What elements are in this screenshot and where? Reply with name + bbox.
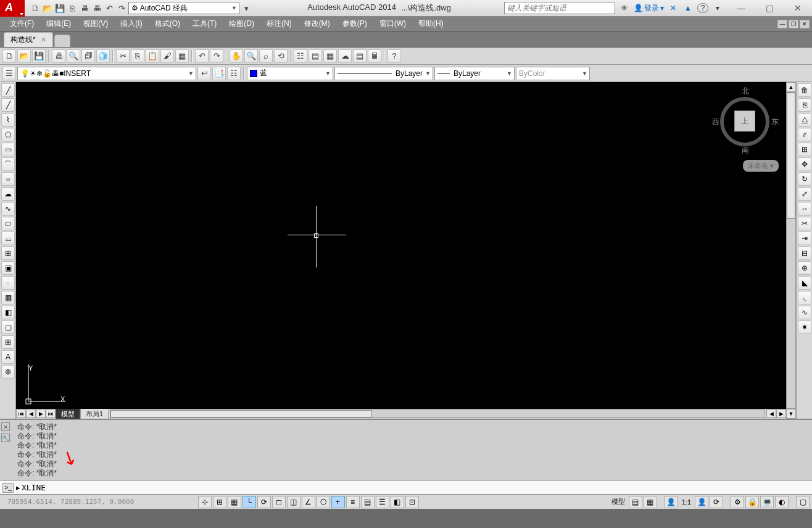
h-scrollbar[interactable] xyxy=(110,409,765,418)
v-scroll-up-icon[interactable]: ▲ xyxy=(786,82,796,92)
zoom-window-icon[interactable]: ⌕ xyxy=(259,49,273,63)
new-icon[interactable]: 🗋 xyxy=(30,2,41,14)
pan-icon[interactable]: ✋ xyxy=(230,49,243,63)
publish-icon[interactable]: 🗐 xyxy=(81,49,95,63)
ellipse-icon[interactable]: ⬭ xyxy=(1,217,15,230)
offset-icon[interactable]: ⫽ xyxy=(798,128,811,141)
tpy-icon[interactable]: ▤ xyxy=(361,496,375,508)
sheetset-icon[interactable]: ☁ xyxy=(338,49,352,63)
menu-help[interactable]: 帮助(H) xyxy=(412,17,450,31)
sc-icon[interactable]: ◧ xyxy=(391,496,404,508)
new-file-icon[interactable]: 🗋 xyxy=(2,49,16,63)
tabs-next-icon[interactable]: ▶ xyxy=(36,409,46,418)
qv-drawings-icon[interactable]: ▦ xyxy=(644,496,657,508)
canvas[interactable]: Y X 上 北 南 东 西 未命名 ▾ xyxy=(16,82,786,409)
addselected-icon[interactable]: ⊕ xyxy=(1,365,15,379)
viewcube[interactable]: 上 北 南 东 西 xyxy=(711,86,779,154)
lwt-icon[interactable]: ≡ xyxy=(346,496,360,508)
calc-icon[interactable]: 🖩 xyxy=(368,49,381,63)
ellipse-arc-icon[interactable]: ⌓ xyxy=(1,232,15,245)
make-block-icon[interactable]: ▣ xyxy=(1,261,15,275)
coords-readout[interactable]: 705954.6514, 72889.1257, 0.0000 xyxy=(2,498,139,506)
plot-icon[interactable]: 🖶 xyxy=(79,2,90,14)
login-button[interactable]: 👤 登录 ▾ xyxy=(634,3,664,14)
h-scroll-right-icon[interactable]: ▶ xyxy=(776,409,786,418)
arc-icon[interactable]: ⌒ xyxy=(1,157,15,171)
table-icon[interactable]: ⊞ xyxy=(1,335,15,349)
circle-icon[interactable]: ○ xyxy=(1,172,15,186)
h-scroll-left-icon[interactable]: ◀ xyxy=(766,409,776,418)
tab-close-icon[interactable]: ✕ xyxy=(41,36,46,44)
move-icon[interactable]: ✥ xyxy=(798,157,811,171)
menu-view[interactable]: 视图(V) xyxy=(77,17,114,31)
app-store-icon[interactable]: ▲ xyxy=(682,2,694,14)
cut-icon[interactable]: ✂ xyxy=(116,49,130,63)
revcloud-icon[interactable]: ☁ xyxy=(1,187,15,201)
undo-icon[interactable]: ↶ xyxy=(104,2,115,14)
otrack-icon[interactable]: ∠ xyxy=(302,496,315,508)
3dosnap-icon[interactable]: ◫ xyxy=(287,496,300,508)
annoscale-person-icon[interactable]: 👤 xyxy=(665,496,678,508)
tabs-first-icon[interactable]: ⏮ xyxy=(16,409,26,418)
point-icon[interactable]: ∙ xyxy=(1,276,15,290)
plot2-icon[interactable]: 🖶 xyxy=(52,49,65,63)
qp-icon[interactable]: ☰ xyxy=(376,496,389,508)
join-icon[interactable]: ⊕ xyxy=(798,261,811,275)
match-icon[interactable]: 🖌 xyxy=(160,49,174,63)
spline-icon[interactable]: ∿ xyxy=(1,202,15,216)
tabs-prev-icon[interactable]: ◀ xyxy=(26,409,36,418)
layer-iso-icon[interactable]: ☷ xyxy=(227,67,241,80)
plot-preview-icon[interactable]: 🖶 xyxy=(91,2,102,14)
rotate-icon[interactable]: ↻ xyxy=(798,172,811,186)
command-input[interactable] xyxy=(22,483,207,492)
command-history[interactable]: 命令: *取消* 命令: *取消* 命令: *取消* 命令: *取消* 命令: … xyxy=(14,420,812,480)
color-dropdown[interactable]: 蓝 xyxy=(247,67,333,80)
search-input[interactable] xyxy=(504,2,615,14)
save-file-icon[interactable]: 💾 xyxy=(32,49,46,63)
am-icon[interactable]: ⊡ xyxy=(405,496,419,508)
command-line[interactable]: >_ ▸ xyxy=(0,480,812,494)
mdi-minimize-button[interactable]: — xyxy=(777,20,787,28)
viewcube-top[interactable]: 上 xyxy=(734,111,755,132)
qat-more-icon[interactable]: ▾ xyxy=(241,2,252,14)
isolate-icon[interactable]: ◐ xyxy=(775,496,789,508)
annoauto-icon[interactable]: ⟳ xyxy=(710,496,723,508)
zoom-realtime-icon[interactable]: 🔍 xyxy=(244,49,258,63)
menu-parametric[interactable]: 参数(P) xyxy=(336,17,373,31)
props-icon[interactable]: ☷ xyxy=(294,49,307,63)
undo2-icon[interactable]: ↶ xyxy=(195,49,209,63)
model-tab[interactable]: 模型 xyxy=(56,408,80,420)
close-button[interactable]: ✕ xyxy=(784,0,812,17)
menu-dimension[interactable]: 标注(N) xyxy=(260,17,298,31)
viewcube-south[interactable]: 南 xyxy=(742,145,749,156)
viewcube-north[interactable]: 北 xyxy=(742,86,749,96)
scale-icon[interactable]: ⤢ xyxy=(798,187,811,201)
toolpal-icon[interactable]: ▦ xyxy=(323,49,337,63)
exchange-icon[interactable]: ✕ xyxy=(668,2,679,14)
zoom-prev-icon[interactable]: ⟲ xyxy=(274,49,288,63)
layer-state-icon[interactable]: 📑 xyxy=(212,67,226,80)
plotstyle-dropdown[interactable]: ByColor xyxy=(516,67,590,80)
saveas-icon[interactable]: ⎘ xyxy=(67,2,78,14)
markup-icon[interactable]: ▤ xyxy=(353,49,367,63)
toolbar-lock-icon[interactable]: 🔒 xyxy=(745,496,759,508)
ortho-icon[interactable]: └ xyxy=(242,496,256,508)
trim-icon[interactable]: ✂ xyxy=(798,217,811,230)
blend-icon[interactable]: ∿ xyxy=(798,306,811,319)
layout1-tab[interactable]: 布局1 xyxy=(80,408,109,420)
search-icon[interactable]: 👁 xyxy=(619,2,630,14)
dyn-icon[interactable]: + xyxy=(331,496,345,508)
line-icon[interactable]: ╱ xyxy=(1,83,15,97)
layer-prev-icon[interactable]: ↩ xyxy=(197,67,211,80)
help-dropdown-icon[interactable]: ▾ xyxy=(712,2,723,14)
gradient-icon[interactable]: ◧ xyxy=(1,306,15,319)
3d-icon[interactable]: 🧊 xyxy=(96,49,110,63)
menu-window[interactable]: 窗口(W) xyxy=(373,17,412,31)
stretch-icon[interactable]: ↔ xyxy=(798,202,811,216)
viewcube-menu[interactable]: 未命名 ▾ xyxy=(743,160,779,172)
linetype-dropdown[interactable]: ByLayer xyxy=(334,67,433,80)
menu-tools[interactable]: 工具(T) xyxy=(186,17,223,31)
menu-edit[interactable]: 编辑(E) xyxy=(40,17,77,31)
help2-icon[interactable]: ? xyxy=(387,49,401,63)
menu-insert[interactable]: 插入(I) xyxy=(114,17,148,31)
